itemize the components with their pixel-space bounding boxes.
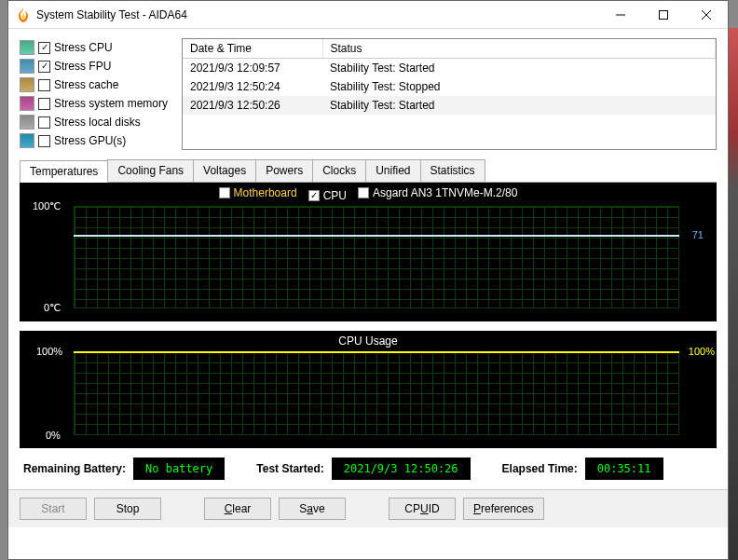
cpu-chart-title: CPU Usage — [20, 331, 717, 351]
battery-value: No battery — [133, 458, 225, 480]
tab-unified[interactable]: Unified — [365, 159, 420, 182]
log-status: Stability Test: Started — [322, 96, 716, 115]
checkbox-icon[interactable] — [38, 135, 50, 147]
stress-label: Stress system memory — [54, 97, 168, 110]
log-status: Stability Test: Stopped — [322, 77, 716, 96]
status-bar: Remaining Battery: No battery Test Start… — [20, 448, 717, 489]
close-button[interactable] — [685, 1, 728, 29]
stress-label: Stress cache — [54, 78, 118, 91]
legend-label: Motherboard — [234, 186, 297, 199]
stress-cpu[interactable]: Stress CPU — [20, 38, 172, 57]
svg-rect-1 — [660, 10, 668, 19]
checkbox-icon[interactable] — [38, 79, 50, 91]
stress-disk[interactable]: Stress local disks — [20, 113, 172, 131]
cpu-grid — [74, 351, 679, 435]
temp-ylabel-top: 100℃ — [33, 200, 61, 212]
temp-legend: MotherboardCPUAsgard AN3 1TNVMe-M.2/80 — [20, 183, 717, 206]
temp-ylabel-bottom: 0℃ — [44, 302, 61, 314]
disk-icon — [20, 115, 34, 130]
start-button[interactable]: Start — [20, 498, 87, 520]
stress-fpu[interactable]: Stress FPU — [20, 57, 172, 75]
log-header-datetime[interactable]: Date & Time — [183, 39, 322, 59]
checkbox-icon — [219, 187, 230, 198]
stress-label: Stress CPU — [54, 41, 113, 54]
preferences-button[interactable]: Preferences — [463, 498, 544, 520]
clear-button[interactable]: Clear — [204, 498, 271, 520]
tab-powers[interactable]: Powers — [255, 159, 313, 182]
background-strip — [729, 28, 738, 560]
mem-icon — [20, 96, 34, 111]
log-datetime: 2021/9/3 12:09:57 — [183, 59, 322, 78]
cpu-reading: 100% — [689, 346, 715, 357]
tab-temperatures[interactable]: Temperatures — [20, 160, 108, 183]
cpu-ylabel-top: 100% — [36, 346, 62, 357]
cpu-usage-chart: CPU Usage 100% 0% 100% — [20, 331, 717, 448]
stress-gpu[interactable]: Stress GPU(s) — [20, 131, 172, 150]
log-row[interactable]: 2021/9/3 12:50:26Stability Test: Started — [183, 96, 716, 115]
legend-asgard-an3-1tnvme-m-2-80[interactable]: Asgard AN3 1TNVMe-M.2/80 — [358, 186, 517, 199]
stress-label: Stress FPU — [54, 60, 111, 73]
app-icon — [16, 7, 31, 22]
checkbox-icon[interactable] — [38, 98, 50, 110]
cpu-trace — [74, 351, 679, 353]
temperature-chart: MotherboardCPUAsgard AN3 1TNVMe-M.2/80 1… — [20, 183, 717, 321]
tab-cooling-fans[interactable]: Cooling Fans — [107, 159, 194, 182]
window-title: System Stability Test - AIDA64 — [36, 8, 599, 21]
cache-icon — [20, 77, 34, 92]
log-datetime: 2021/9/3 12:50:24 — [183, 77, 322, 96]
stop-button[interactable]: Stop — [94, 498, 161, 520]
legend-label: Asgard AN3 1TNVMe-M.2/80 — [373, 186, 517, 199]
log-status: Stability Test: Started — [322, 59, 716, 78]
tab-voltages[interactable]: Voltages — [193, 159, 256, 182]
stress-cache[interactable]: Stress cache — [20, 75, 172, 94]
checkbox-icon[interactable] — [38, 61, 50, 73]
fpu-icon — [20, 59, 34, 74]
checkbox-icon[interactable] — [38, 42, 50, 54]
stress-mem[interactable]: Stress system memory — [20, 94, 172, 113]
tab-statistics[interactable]: Statistics — [420, 159, 485, 182]
cpu-icon — [20, 40, 34, 55]
stress-label: Stress GPU(s) — [54, 134, 126, 147]
legend-label: CPU — [323, 189, 347, 202]
started-value: 2021/9/3 12:50:26 — [332, 458, 471, 480]
maximize-button[interactable] — [642, 1, 685, 29]
tab-clocks[interactable]: Clocks — [312, 159, 366, 182]
started-label: Test Started: — [256, 462, 323, 475]
temp-reading: 71 — [692, 229, 704, 240]
elapsed-label: Elapsed Time: — [502, 462, 578, 475]
temp-trace-cpu — [74, 235, 679, 237]
chart-tabs: TemperaturesCooling FansVoltagesPowersCl… — [20, 159, 717, 183]
app-window: System Stability Test - AIDA64 Stress CP… — [7, 0, 729, 560]
event-log[interactable]: Date & Time Status 2021/9/3 12:09:57Stab… — [182, 38, 717, 150]
save-button[interactable]: Save — [279, 498, 346, 520]
stress-options: Stress CPUStress FPUStress cacheStress s… — [20, 38, 172, 150]
titlebar[interactable]: System Stability Test - AIDA64 — [8, 1, 728, 29]
minimize-button[interactable] — [599, 1, 642, 29]
cpu-ylabel-bottom: 0% — [46, 430, 61, 441]
log-datetime: 2021/9/3 12:50:26 — [183, 96, 322, 115]
checkbox-icon — [358, 187, 369, 198]
stress-label: Stress local disks — [54, 116, 141, 129]
checkbox-icon — [308, 190, 320, 201]
elapsed-value: 00:35:11 — [585, 458, 663, 480]
legend-motherboard[interactable]: Motherboard — [219, 186, 297, 199]
cpuid-button[interactable]: CPUID — [389, 498, 456, 520]
temp-grid — [74, 206, 679, 308]
gpu-icon — [20, 133, 34, 148]
legend-cpu[interactable]: CPU — [308, 189, 347, 202]
log-header-status[interactable]: Status — [322, 39, 716, 59]
log-row[interactable]: 2021/9/3 12:50:24Stability Test: Stopped — [183, 77, 716, 96]
log-row[interactable]: 2021/9/3 12:09:57Stability Test: Started — [183, 59, 716, 78]
checkbox-icon[interactable] — [38, 116, 50, 129]
battery-label: Remaining Battery: — [23, 462, 126, 475]
button-bar: Start Stop Clear Save CPUID Preferences — [8, 489, 728, 527]
